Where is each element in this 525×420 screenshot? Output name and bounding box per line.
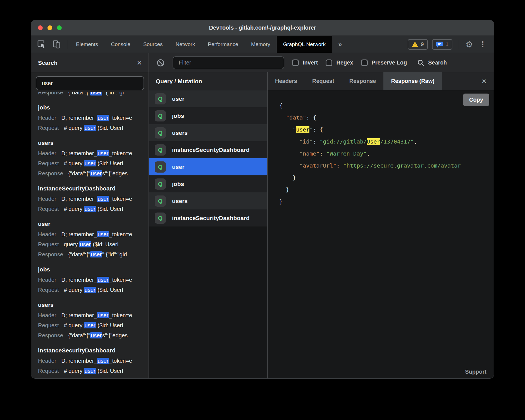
- json-line: "id": "gid://gitlab/User/13704317",: [279, 136, 494, 148]
- query-item-label: users: [172, 198, 188, 204]
- more-tabs-icon[interactable]: »: [332, 36, 348, 53]
- search-result-group-title[interactable]: users: [38, 138, 149, 148]
- response-raw-body: Copy { "data": { "user": { "id": "gid://…: [268, 90, 494, 378]
- query-item-users[interactable]: Qusers: [149, 124, 267, 141]
- message-icon: [436, 41, 443, 48]
- devtools-tab-sources[interactable]: Sources: [137, 36, 169, 53]
- invert-checkbox[interactable]: [292, 59, 299, 66]
- query-item-label: instanceSecurityDashboard: [172, 215, 250, 221]
- zoom-window-button[interactable]: [57, 25, 62, 30]
- regex-checkbox[interactable]: [326, 59, 332, 66]
- preserve-log-checkbox[interactable]: [361, 59, 368, 66]
- warning-count: 9: [421, 41, 424, 47]
- search-result-group-title[interactable]: user: [38, 219, 149, 229]
- query-item-label: instanceSecurityDashboard: [172, 147, 250, 153]
- json-line: "data": {: [279, 112, 494, 124]
- panel-divider[interactable]: [149, 53, 149, 378]
- support-link[interactable]: Support: [465, 369, 486, 375]
- search-result-group-title[interactable]: jobs: [38, 102, 149, 113]
- title-bar: DevTools - gitlab.com/-/graphql-explorer: [31, 20, 494, 36]
- detail-panel: HeadersRequestResponseResponse (Raw)× Co…: [268, 72, 494, 378]
- detail-tab-request[interactable]: Request: [305, 72, 342, 90]
- detail-tab-response[interactable]: Response: [342, 72, 384, 90]
- search-result-line[interactable]: Request# query user ($id: UserI: [38, 158, 149, 168]
- devtools-tab-graphql-network[interactable]: GraphQL Network: [277, 36, 332, 53]
- query-type-icon: Q: [155, 110, 166, 121]
- search-label: Search: [428, 59, 447, 66]
- search-result-line[interactable]: HeaderD; remember_user_token=e: [38, 229, 149, 239]
- detail-close-icon[interactable]: ×: [474, 72, 494, 90]
- query-type-icon: Q: [155, 161, 166, 173]
- clear-block-icon[interactable]: [156, 59, 165, 67]
- devtools-tab-performance[interactable]: Performance: [201, 36, 245, 53]
- search-result-group-title[interactable]: instanceSecurityDashboard: [38, 183, 149, 194]
- search-result-line[interactable]: Response{"data":{"users":{"edges: [38, 168, 149, 178]
- detail-tabs: HeadersRequestResponseResponse (Raw)×: [268, 72, 494, 90]
- toolbar-separator: [67, 40, 67, 49]
- query-item-instancesecuritydashboard[interactable]: QinstanceSecurityDashboard: [149, 141, 267, 158]
- minimize-window-button[interactable]: [47, 25, 52, 30]
- panel-divider[interactable]: [267, 72, 268, 378]
- device-toolbar-icon[interactable]: [52, 40, 61, 49]
- network-filter-bar: Invert Regex Preserve Log Search: [149, 53, 494, 72]
- query-type-icon: Q: [155, 127, 166, 139]
- devtools-tab-memory[interactable]: Memory: [245, 36, 277, 53]
- search-icon: [417, 59, 425, 67]
- search-result-line[interactable]: Response{"data":{"user":{"id":"gi: [38, 92, 149, 97]
- query-item-instancesecuritydashboard[interactable]: QinstanceSecurityDashboard: [149, 209, 267, 226]
- search-result-line[interactable]: HeaderD; remember_user_token=e: [38, 356, 149, 366]
- devtools-tab-console[interactable]: Console: [104, 36, 137, 53]
- devtools-tab-elements[interactable]: Elements: [70, 36, 104, 53]
- settings-gear-icon[interactable]: ⚙: [466, 39, 473, 49]
- devtools-tabs: ElementsConsoleSourcesNetworkPerformance…: [70, 36, 332, 53]
- search-toggle[interactable]: Search: [417, 59, 447, 67]
- detail-tab-response-raw[interactable]: Response (Raw): [383, 72, 442, 90]
- copy-button[interactable]: Copy: [463, 94, 489, 106]
- search-result-line[interactable]: HeaderD; remember_user_token=e: [38, 275, 149, 285]
- search-result-line[interactable]: HeaderD; remember_user_token=e: [38, 148, 149, 158]
- query-item-label: users: [172, 130, 188, 136]
- detail-tab-headers[interactable]: Headers: [268, 72, 305, 90]
- search-result-line[interactable]: HeaderD; remember_user_token=e: [38, 310, 149, 320]
- search-close-icon[interactable]: ×: [137, 59, 142, 67]
- search-result-line[interactable]: HeaderD; remember_user_token=e: [38, 113, 149, 123]
- devtools-tab-network[interactable]: Network: [169, 36, 202, 53]
- search-result-line[interactable]: Request# query user ($id: UserI: [38, 204, 149, 214]
- invert-label: Invert: [303, 59, 318, 66]
- search-result-line[interactable]: Response{"data":{"user":{"id":"gid: [38, 249, 149, 259]
- window-title: DevTools - gitlab.com/-/graphql-explorer: [209, 25, 316, 31]
- search-result-group-title[interactable]: users: [38, 300, 149, 310]
- query-item-users[interactable]: Qusers: [149, 192, 267, 209]
- search-result-group-title[interactable]: jobs: [38, 264, 149, 275]
- close-window-button[interactable]: [38, 25, 43, 30]
- regex-checkbox-group[interactable]: Regex: [326, 59, 353, 66]
- search-result-line[interactable]: Requestquery user ($id: UserI: [38, 239, 149, 249]
- search-result-line[interactable]: Request# query user ($id: UserI: [38, 285, 149, 295]
- search-input[interactable]: [36, 76, 144, 90]
- json-line: "user": {: [279, 124, 494, 136]
- issues-badge[interactable]: 1: [432, 39, 453, 50]
- search-result-line[interactable]: Response{"data":{"users":{"edges: [38, 330, 149, 340]
- query-item-user[interactable]: Quser: [149, 90, 267, 107]
- query-type-icon: Q: [155, 213, 166, 224]
- query-item-jobs[interactable]: Qjobs: [149, 107, 267, 124]
- kebab-menu-icon[interactable]: ⋮: [477, 40, 488, 49]
- json-line: {: [279, 100, 494, 112]
- search-result-line[interactable]: Request# query user ($id: UserI: [38, 123, 149, 133]
- search-result-line[interactable]: HeaderD; remember_user_token=e: [38, 194, 149, 204]
- search-result-line[interactable]: Request# query user ($id: UserI: [38, 320, 149, 330]
- warnings-badge[interactable]: 9: [408, 39, 428, 50]
- query-item-jobs[interactable]: Qjobs: [149, 175, 267, 192]
- json-line: }: [279, 196, 494, 208]
- inspect-element-icon[interactable]: [37, 40, 46, 49]
- query-type-icon: Q: [155, 178, 166, 190]
- warning-triangle-icon: [412, 41, 418, 47]
- search-result-line[interactable]: Request# query user ($id: UserI: [38, 366, 149, 376]
- search-result-group-title[interactable]: instanceSecurityDashboard: [38, 345, 149, 356]
- query-item-label: jobs: [172, 181, 184, 187]
- filter-input[interactable]: [173, 56, 284, 69]
- query-item-user[interactable]: Quser: [149, 158, 267, 175]
- invert-checkbox-group[interactable]: Invert: [292, 59, 318, 66]
- preserve-log-checkbox-group[interactable]: Preserve Log: [361, 59, 407, 66]
- devtools-window: DevTools - gitlab.com/-/graphql-explorer…: [31, 20, 494, 378]
